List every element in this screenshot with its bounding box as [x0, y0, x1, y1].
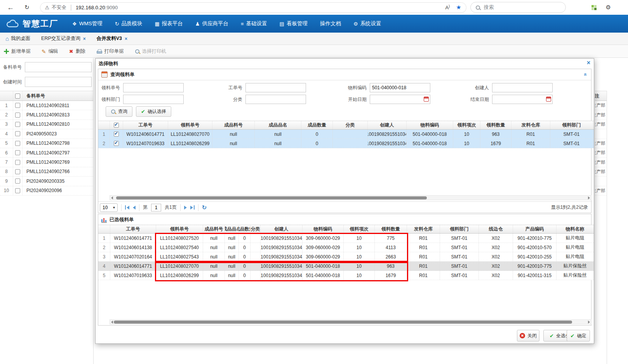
nav-item-report[interactable]: ▦报表平台: [155, 20, 183, 27]
select-all-checkbox[interactable]: [15, 94, 20, 99]
picking-dept-input[interactable]: [123, 95, 184, 104]
column-header[interactable]: 创建人: [261, 225, 303, 233]
tab-1[interactable]: ERP交互记录查询×: [41, 35, 86, 42]
picking-order-input[interactable]: [123, 83, 184, 92]
column-header[interactable]: 发料仓库: [407, 225, 440, 233]
row-check-cell[interactable]: [110, 130, 123, 139]
row-checkbox[interactable]: [15, 103, 20, 108]
column-header[interactable]: 物料编码: [407, 121, 453, 129]
row-check-cell[interactable]: [110, 139, 123, 148]
row-checkbox[interactable]: [15, 160, 20, 165]
column-header[interactable]: 成品数量: [239, 225, 251, 233]
row-check-cell[interactable]: [13, 148, 23, 157]
table-row[interactable]: 2W1012406014138LL1012408027540nullnull01…: [98, 243, 594, 252]
table1-hscrollbar[interactable]: [110, 195, 591, 200]
last-page-button[interactable]: [190, 205, 195, 210]
address-bar[interactable]: ⚠ 不安全 | 192.168.0.20 :9090 A) ★: [40, 2, 466, 13]
column-header[interactable]: 线边仓: [479, 225, 513, 233]
row-checkbox[interactable]: [15, 188, 20, 193]
page-size-select[interactable]: 10 ▾: [100, 203, 118, 212]
prev-page-button[interactable]: [133, 206, 136, 210]
table-row[interactable]: 1W1012406014771LL1012408027520nullnull01…: [98, 234, 594, 243]
scroll-right-icon[interactable]: [588, 196, 590, 199]
row-checkbox[interactable]: [114, 141, 119, 146]
tab-close-icon[interactable]: ×: [83, 36, 86, 42]
grid-icon[interactable]: [591, 5, 597, 10]
row-checkbox[interactable]: [15, 141, 20, 146]
start-date-input[interactable]: [370, 95, 430, 104]
nav-item-wms[interactable]: ❖WMS管理: [72, 20, 103, 27]
column-header[interactable]: 工单号: [110, 225, 156, 233]
creator-input[interactable]: [492, 83, 553, 92]
confirm-select-button[interactable]: ✔ 确认选择: [136, 106, 171, 117]
list-item[interactable]: 1PMLL101240902811: [0, 101, 93, 110]
column-header[interactable]: 成品品名: [225, 225, 239, 233]
column-header[interactable]: 领料数量: [375, 225, 407, 233]
column-header[interactable]: 领料部门: [550, 121, 593, 129]
tab-2[interactable]: 合并发料V3×: [97, 35, 127, 42]
select-printer-button[interactable]: 选择打印机: [135, 48, 167, 55]
column-header[interactable]: 创建人: [368, 121, 407, 129]
column-header[interactable]: 领料部门: [440, 225, 479, 233]
column-header[interactable]: 领料单号: [168, 121, 212, 129]
table-row[interactable]: 4W1012406014771LL1012408027070nullnull01…: [98, 262, 594, 271]
row-check-cell[interactable]: [13, 129, 23, 138]
list-item[interactable]: 2PMLL101240902813: [0, 110, 93, 120]
select-all-checkbox[interactable]: [114, 123, 119, 128]
column-header[interactable]: 产品编码: [513, 225, 557, 233]
table-row[interactable]: 5W1012407019633LL1012408026299nullnull01…: [98, 271, 594, 280]
list-item[interactable]: 7PMLL101240902769: [0, 158, 93, 167]
nav-item-docs[interactable]: 操作文档: [320, 20, 341, 27]
list-item[interactable]: 10PI202409020096: [0, 186, 93, 196]
scrollbar-thumb[interactable]: [114, 321, 572, 324]
calendar-icon[interactable]: [424, 97, 429, 102]
table-row[interactable]: 3W1012407020164LL1012408027543nullnull01…: [98, 252, 594, 262]
list-item[interactable]: 4PI2409050023: [0, 129, 93, 139]
scroll-left-icon[interactable]: [111, 321, 113, 324]
add-doc-button[interactable]: 新增单据: [4, 48, 31, 55]
row-checkbox[interactable]: [15, 179, 20, 184]
row-check-cell[interactable]: [13, 167, 23, 176]
prep-order-input[interactable]: [25, 62, 92, 72]
delete-button[interactable]: ✖删除: [69, 48, 85, 55]
read-aloud-icon[interactable]: A): [445, 4, 450, 10]
column-header[interactable]: 领料项次: [453, 121, 480, 129]
refresh-icon[interactable]: ↻: [24, 4, 30, 11]
scrollbar-thumb[interactable]: [116, 196, 427, 199]
row-check-cell[interactable]: [13, 139, 23, 148]
nav-item-kanban[interactable]: ▤看板管理: [280, 20, 308, 27]
column-header[interactable]: 成品料号: [212, 121, 255, 129]
row-check-cell[interactable]: [13, 158, 23, 166]
column-header[interactable]: 领料项次: [344, 225, 375, 233]
select-all-cell[interactable]: [13, 91, 23, 101]
work-order-input[interactable]: [245, 83, 306, 92]
table-row[interactable]: 1W1012406014771LL1012408027070nullnull01…: [98, 130, 594, 139]
row-check-cell[interactable]: [13, 186, 23, 195]
favorite-star-icon[interactable]: ★: [456, 4, 461, 11]
column-header[interactable]: 成品品名: [255, 121, 301, 129]
row-check-cell[interactable]: [13, 177, 23, 185]
first-page-button[interactable]: [125, 205, 129, 210]
list-item[interactable]: 3PMLL101240902810: [0, 120, 93, 129]
table2-hscrollbar[interactable]: [110, 319, 591, 324]
refresh-icon[interactable]: ↻: [202, 204, 207, 211]
material-code-input[interactable]: [370, 83, 430, 92]
column-header[interactable]: 备料单号: [23, 93, 45, 99]
row-checkbox[interactable]: [114, 132, 119, 137]
edit-button[interactable]: ✎编辑: [42, 48, 58, 55]
page-number-input[interactable]: [151, 204, 161, 211]
column-header[interactable]: 发料仓库: [511, 121, 550, 129]
list-item[interactable]: 9PI2024090200335: [0, 177, 93, 186]
column-header[interactable]: 分类: [251, 225, 261, 233]
row-check-cell[interactable]: [13, 120, 23, 129]
create-time-input[interactable]: [25, 77, 92, 87]
tab-desktop[interactable]: ⌂我的桌面: [5, 35, 30, 42]
close-button[interactable]: ✖关闭: [517, 330, 539, 341]
column-header[interactable]: 成品料号: [203, 225, 225, 233]
browser-settings-icon[interactable]: ⚙: [606, 4, 611, 11]
row-checkbox[interactable]: [15, 150, 20, 155]
category-input[interactable]: [245, 95, 306, 104]
collapse-icon[interactable]: «: [583, 73, 589, 76]
list-item[interactable]: 5PMLL101240902798: [0, 139, 93, 148]
nav-item-quality[interactable]: ↻品质模块: [115, 20, 143, 27]
